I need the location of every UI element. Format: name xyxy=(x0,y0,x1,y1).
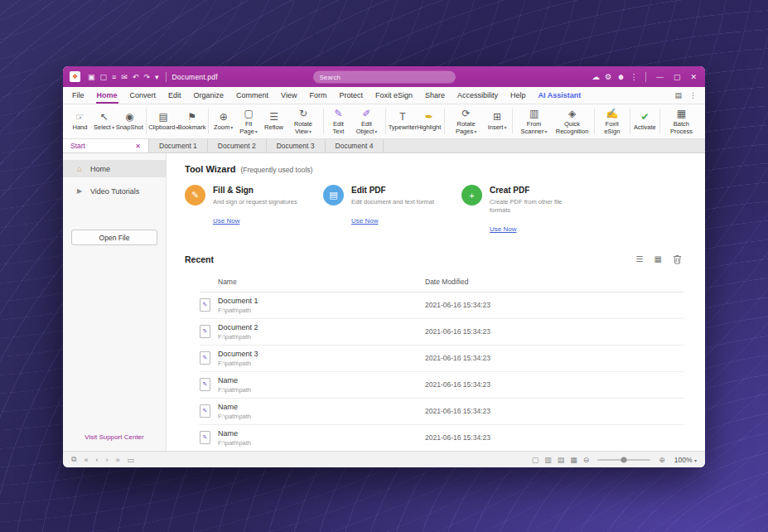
document-tab[interactable]: Document 1 xyxy=(149,139,208,152)
ribbon-tool-button[interactable]: T Typewriter xyxy=(389,104,417,138)
ribbon-tool-button[interactable]: ⊞ Insert▾ xyxy=(485,104,510,138)
menu-item[interactable]: Help xyxy=(510,87,527,104)
use-now-link[interactable]: Use Now xyxy=(490,225,516,233)
ribbon-tool-button[interactable]: ⟳ Rotate Pages▾ xyxy=(447,104,485,138)
use-now-link[interactable]: Use Now xyxy=(351,217,378,225)
more-options-icon[interactable]: ⋮ xyxy=(630,72,638,81)
menu-item[interactable]: View xyxy=(280,87,297,104)
tool-card[interactable]: ▤ Edit PDF Edit document and text format… xyxy=(323,185,461,235)
ribbon-tool-button[interactable]: ▥ From Scanner▾ xyxy=(515,104,553,138)
notifications-icon[interactable]: ⚙ xyxy=(605,72,612,81)
menu-item[interactable]: AI Assistant xyxy=(538,87,582,104)
recent-file-row[interactable]: ✎ Document 3 F:\path\path 2021-06-16 15:… xyxy=(200,346,683,372)
list-view-icon[interactable]: ☰ xyxy=(636,254,644,264)
save-icon[interactable]: ▣ xyxy=(88,73,95,81)
pdf-file-icon: ✎ xyxy=(200,404,210,418)
document-tab[interactable]: Document 4 xyxy=(326,139,384,152)
first-page-icon[interactable]: « xyxy=(84,456,88,464)
support-center-link[interactable]: Visit Support Center xyxy=(63,433,166,441)
menu-item[interactable]: Protect xyxy=(338,87,364,104)
menu-item[interactable]: Edit xyxy=(167,87,182,104)
prev-page-icon[interactable]: ‹ xyxy=(95,456,98,464)
menu-item[interactable]: Foxit eSign xyxy=(374,87,413,104)
pdf-file-icon: ✎ xyxy=(200,431,210,444)
recent-file-row[interactable]: ✎ Name F:\path\path 2021-06-16 15:34:23 xyxy=(200,425,683,452)
minimize-button[interactable]: — xyxy=(656,73,664,81)
search-input[interactable] xyxy=(320,73,449,80)
continuous-view-icon[interactable]: ▥ xyxy=(544,456,552,464)
zoom-slider[interactable] xyxy=(597,459,650,461)
ribbon-tool-button[interactable]: ▢ Fit Page▾ xyxy=(235,104,262,138)
email-icon[interactable]: ✉ xyxy=(121,73,128,81)
open-file-icon[interactable]: ▢ xyxy=(100,73,108,81)
ribbon-tool-button[interactable]: ◈ Quick Recognition xyxy=(553,104,592,138)
ribbon-layout-icon[interactable]: ▤ xyxy=(674,91,682,99)
recent-file-row[interactable]: ✎ Name F:\path\path 2021-06-16 15:34:23 xyxy=(200,399,683,425)
menu-item[interactable]: Convert xyxy=(129,87,157,104)
ribbon-tool-button[interactable]: ✎ Edit Text xyxy=(326,104,350,138)
menu-item[interactable]: Comment xyxy=(235,87,269,104)
recent-file-row[interactable]: ✎ Document 1 F:\path\path 2021-06-16 15:… xyxy=(200,293,683,319)
ribbon-tool-button[interactable]: ✔ Activate xyxy=(633,104,657,138)
sidebar-item-label: Video Tutorials xyxy=(90,187,139,196)
zoom-slider-knob[interactable] xyxy=(621,457,627,462)
clipboard-panel-icon[interactable]: ▭ xyxy=(127,456,134,464)
menu-item[interactable]: Form xyxy=(308,87,327,104)
zoom-in-icon[interactable]: ⊕ xyxy=(659,456,665,464)
zoom-out-icon[interactable]: ⊖ xyxy=(583,456,590,464)
zoom-level[interactable]: 100% ▾ xyxy=(674,456,697,464)
close-tab-icon[interactable]: ✕ xyxy=(135,143,141,150)
ribbon-tool-button[interactable]: ↻ Rotate View▾ xyxy=(286,104,321,138)
ribbon-tool-button[interactable]: ◉ SnapShot xyxy=(116,104,143,138)
app-logo-icon[interactable]: ❖ xyxy=(70,71,80,82)
customize-toolbar-icon[interactable]: ▾ xyxy=(155,73,159,81)
sidebar-item[interactable]: ▶ Video Tutorials xyxy=(63,182,166,200)
fit-width-view-icon[interactable]: ▦ xyxy=(570,456,577,464)
close-button[interactable]: ✕ xyxy=(690,73,697,81)
facing-view-icon[interactable]: ▤ xyxy=(558,456,565,464)
delete-recent-icon[interactable] xyxy=(673,254,682,264)
ribbon-tool-button[interactable]: ▤ Clipboard▾ xyxy=(149,104,178,138)
pages-panel-icon[interactable]: ⧉ xyxy=(71,455,76,464)
menu-item[interactable]: Home xyxy=(96,87,118,104)
recent-file-row[interactable]: ✎ Name F:\path\path 2021-06-16 15:34:23 xyxy=(200,372,683,399)
print-icon[interactable]: ≡ xyxy=(112,73,116,81)
sidebar-item[interactable]: ⌂ Home xyxy=(63,160,166,177)
undo-icon[interactable]: ↶ xyxy=(133,73,139,81)
ribbon-tool-label: Insert▾ xyxy=(488,124,507,132)
document-tab[interactable]: Document 2 xyxy=(208,139,267,152)
menu-item[interactable]: Organize xyxy=(193,87,225,104)
open-file-button[interactable]: Open File xyxy=(71,230,157,245)
ribbon-tool-button[interactable]: ⊕ Zoom▾ xyxy=(211,104,235,138)
ribbon-tool-button[interactable]: ▦ Batch Process xyxy=(663,104,700,138)
document-tab[interactable]: Start ✕ xyxy=(63,139,149,152)
next-page-icon[interactable]: › xyxy=(105,456,108,464)
tool-card[interactable]: + Creat PDF Create PDF from other file f… xyxy=(461,185,600,235)
last-page-icon[interactable]: » xyxy=(115,456,119,464)
cloud-icon[interactable]: ☁ xyxy=(592,72,600,81)
ribbon-tool-button[interactable]: ☰ Reflow xyxy=(262,104,286,138)
sidebar: ⌂ Home ▶ Video Tutorials Open File Visit… xyxy=(63,153,167,451)
single-page-view-icon[interactable]: ▢ xyxy=(532,456,539,464)
recent-file-row[interactable]: ✎ Document 2 F:\path\path 2021-06-16 15:… xyxy=(200,319,683,346)
ribbon-tool-label: Edit Object▾ xyxy=(353,121,380,135)
use-now-link[interactable]: Use Now xyxy=(213,217,239,225)
ribbon-tool-button[interactable]: ⚑ Bookmark xyxy=(178,104,205,138)
file-date-modified: 2021-06-16 15:34:23 xyxy=(425,433,683,442)
menu-item[interactable]: Accessibility xyxy=(456,87,499,104)
redo-icon[interactable]: ↷ xyxy=(143,73,150,81)
ribbon-tool-button[interactable]: ☞ Hand xyxy=(68,104,92,138)
grid-view-icon[interactable]: ▦ xyxy=(654,254,662,264)
more-icon[interactable]: ⋮ xyxy=(689,91,697,99)
menu-item[interactable]: Share xyxy=(424,87,446,104)
ribbon-tool-button[interactable]: ✒ Highlight xyxy=(417,104,442,138)
ribbon-tool-label: Foxit eSign xyxy=(600,121,625,135)
tool-card[interactable]: ✎ Fill & Sign And sign or request signat… xyxy=(185,185,323,235)
ribbon-tool-button[interactable]: ✐ Edit Object▾ xyxy=(350,104,383,138)
document-tab[interactable]: Document 3 xyxy=(267,139,326,152)
account-icon[interactable]: ☻ xyxy=(616,72,625,81)
ribbon-tool-button[interactable]: ↖ Select▾ xyxy=(92,104,116,138)
maximize-button[interactable]: ▢ xyxy=(674,73,681,81)
ribbon-tool-button[interactable]: ✍ Foxit eSign xyxy=(597,104,627,138)
menu-item[interactable]: File xyxy=(71,87,85,104)
